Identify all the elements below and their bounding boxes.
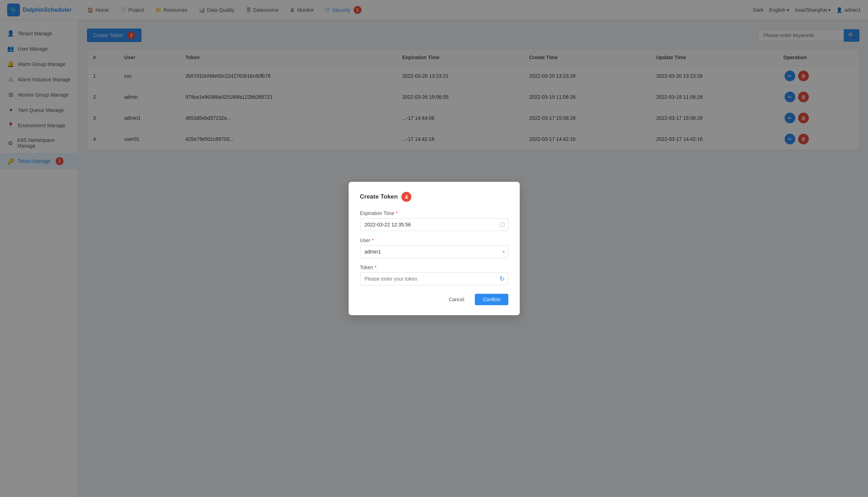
user-label: User * [360, 237, 508, 243]
expiration-time-group: Expiration Time * ☐ [360, 210, 508, 231]
modal-title: Create Token 4 [360, 192, 508, 202]
calendar-icon[interactable]: ☐ [500, 221, 505, 228]
expiration-time-label: Expiration Time * [360, 210, 508, 216]
token-required-mark: * [375, 265, 376, 270]
confirm-button[interactable]: Confirm [475, 294, 508, 305]
modal-badge: 4 [401, 192, 411, 202]
required-mark: * [396, 210, 397, 216]
expiration-time-input[interactable] [360, 218, 508, 231]
cancel-button[interactable]: Cancel [442, 294, 471, 305]
token-label: Token * [360, 265, 508, 270]
modal-overlay[interactable]: Create Token 4 Expiration Time * ☐ User … [0, 0, 868, 497]
token-input-wrapper: ↻ [360, 272, 508, 285]
user-required-mark: * [372, 237, 374, 243]
token-input[interactable] [360, 272, 508, 285]
modal-footer: Cancel Confirm [360, 294, 508, 305]
refresh-icon[interactable]: ↻ [499, 275, 505, 283]
user-select[interactable] [360, 245, 508, 258]
user-select-wrapper: ▾ [360, 245, 508, 258]
token-group: Token * ↻ [360, 265, 508, 285]
create-token-modal: Create Token 4 Expiration Time * ☐ User … [349, 182, 520, 315]
user-group: User * ▾ [360, 237, 508, 258]
expiration-time-wrapper: ☐ [360, 218, 508, 231]
